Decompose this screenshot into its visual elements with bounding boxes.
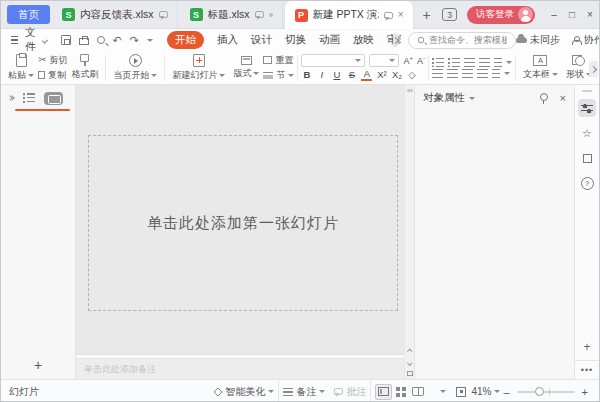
pin-panel-icon[interactable]: [539, 93, 548, 104]
collaborate-button[interactable]: 协作: [571, 33, 600, 47]
slide-thumbnails-icon[interactable]: [44, 92, 63, 105]
section-button[interactable]: 节: [263, 69, 294, 82]
zoom-level-button[interactable]: 41%: [471, 386, 500, 397]
align-center-icon[interactable]: [447, 69, 458, 78]
bold-button[interactable]: B: [301, 69, 312, 81]
notes-pane[interactable]: 单击此处添加备注: [76, 359, 404, 379]
undo-icon[interactable]: ↶: [113, 35, 122, 46]
workbench-apps-button[interactable]: 3: [442, 8, 457, 21]
view-options-chevron-icon[interactable]: [440, 390, 446, 393]
cut-button[interactable]: ✂剪切: [38, 54, 67, 67]
previous-slide-icon[interactable]: [407, 349, 412, 354]
font-size-combo[interactable]: [369, 54, 399, 67]
home-tab-button[interactable]: 首页: [7, 5, 50, 24]
reading-view-button[interactable]: [409, 384, 426, 400]
tab-insert[interactable]: 插入: [217, 33, 238, 47]
smart-beautify-button[interactable]: 智能美化: [214, 385, 274, 399]
layers-tool[interactable]: [578, 149, 596, 167]
chat-bubble-icon[interactable]: [159, 11, 168, 18]
tab-transition[interactable]: 切换: [285, 33, 306, 47]
play-from-current-button[interactable]: 当页开始: [109, 51, 161, 84]
notes-icon: [283, 388, 293, 396]
textbox-button[interactable]: A 文本框: [519, 51, 562, 84]
close-panel-icon[interactable]: ×: [560, 93, 566, 104]
object-properties-tool[interactable]: [578, 99, 596, 117]
outline-view-icon[interactable]: [23, 93, 35, 103]
align-left-icon[interactable]: [432, 69, 443, 78]
print-icon[interactable]: [79, 38, 89, 45]
guest-login-button[interactable]: 访客登录: [467, 6, 535, 24]
window-close-button[interactable]: ×: [581, 1, 599, 29]
print-preview-icon[interactable]: [97, 36, 105, 44]
font-color-button[interactable]: A: [361, 69, 372, 81]
font-name-combo[interactable]: [301, 54, 365, 67]
underline-button[interactable]: U: [331, 69, 342, 81]
superscript-button[interactable]: X²: [376, 69, 387, 81]
add-slide-button[interactable]: +: [1, 357, 75, 373]
redo-icon[interactable]: ↷: [130, 35, 139, 46]
customize-toolbar-chevron-icon[interactable]: [147, 39, 153, 42]
file-menu-button[interactable]: 文件: [7, 26, 51, 54]
canvas-scrollbar[interactable]: [404, 85, 414, 379]
copy-label: 复制: [48, 69, 66, 82]
strikethrough-button[interactable]: S: [346, 69, 357, 81]
doc-tab-sheet-1[interactable]: S 内容反馈表.xlsx: [52, 1, 178, 28]
doc-tab-presentation-active[interactable]: P 新建 PPTX 演示文稿 ×: [285, 1, 413, 29]
chat-bubble-icon[interactable]: [255, 11, 264, 18]
doc-tab-sheet-2[interactable]: S 标题.xlsx: [180, 1, 283, 28]
search-input[interactable]: [429, 35, 507, 45]
paste-button[interactable]: 粘贴: [4, 51, 38, 84]
increase-font-icon[interactable]: A+: [403, 55, 413, 66]
strip-drag-handle[interactable]: [582, 90, 592, 92]
zoom-in-button[interactable]: +: [579, 386, 591, 398]
chat-bubble-icon[interactable]: [384, 12, 393, 19]
maximize-button[interactable]: □: [563, 1, 581, 29]
copy-button[interactable]: 复制: [38, 69, 67, 82]
reset-button[interactable]: 重置: [263, 54, 294, 67]
format-painter-button[interactable]: 格式刷: [67, 51, 102, 84]
notes-toggle-button[interactable]: 备注: [283, 385, 325, 399]
new-document-button[interactable]: +: [413, 7, 441, 23]
ribbon-overflow-button[interactable]: [589, 61, 598, 77]
minimize-button[interactable]: –: [545, 1, 563, 29]
line-spacing-icon[interactable]: [494, 58, 502, 67]
increase-indent-icon[interactable]: [479, 58, 490, 67]
fit-to-window-icon[interactable]: [456, 387, 466, 397]
sync-status-button[interactable]: 未同步: [516, 33, 560, 47]
tab-design[interactable]: 设计: [251, 33, 272, 47]
slide-sorter-view-button[interactable]: [392, 384, 409, 400]
justify-icon[interactable]: [477, 69, 488, 78]
next-slide-icon[interactable]: [407, 360, 412, 365]
italic-button[interactable]: I: [316, 69, 327, 81]
align-right-icon[interactable]: [462, 69, 473, 78]
command-search[interactable]: [408, 32, 516, 49]
page-nav-icon[interactable]: [407, 371, 413, 376]
new-slide-button[interactable]: 新建幻灯片: [168, 51, 229, 84]
bullet-list-icon[interactable]: [432, 58, 444, 67]
layout-button[interactable]: 版式: [229, 51, 263, 84]
more-panels-icon[interactable]: •••: [581, 365, 593, 375]
decrease-font-icon[interactable]: A-: [417, 55, 425, 66]
zoom-slider-knob[interactable]: [535, 387, 544, 396]
zoom-out-button[interactable]: –: [500, 386, 512, 398]
animation-tool[interactable]: ☆: [578, 124, 596, 142]
normal-view-button[interactable]: [375, 384, 392, 400]
more-tabs-button[interactable]: [393, 33, 398, 47]
text-direction-icon[interactable]: [492, 69, 500, 78]
add-panel-button[interactable]: +: [583, 340, 590, 354]
collapse-panel-icon[interactable]: [8, 96, 14, 100]
tab-slideshow[interactable]: 放映: [353, 33, 374, 47]
numbered-list-icon[interactable]: [448, 58, 460, 67]
chevron-down-icon[interactable]: [469, 97, 475, 100]
help-tool[interactable]: ?: [578, 174, 596, 192]
first-slide-placeholder[interactable]: 单击此处添加第一张幻灯片: [88, 135, 398, 311]
zoom-slider[interactable]: [517, 391, 575, 393]
decrease-indent-icon[interactable]: [464, 58, 475, 67]
close-tab-icon[interactable]: ×: [398, 10, 404, 20]
save-icon[interactable]: [61, 35, 71, 45]
clear-format-icon[interactable]: ◇: [406, 69, 417, 81]
subscript-button[interactable]: X₂: [391, 69, 402, 81]
scrollbar-thumb[interactable]: [407, 89, 413, 92]
tab-home[interactable]: 开始: [167, 31, 204, 49]
tab-animation[interactable]: 动画: [319, 33, 340, 47]
